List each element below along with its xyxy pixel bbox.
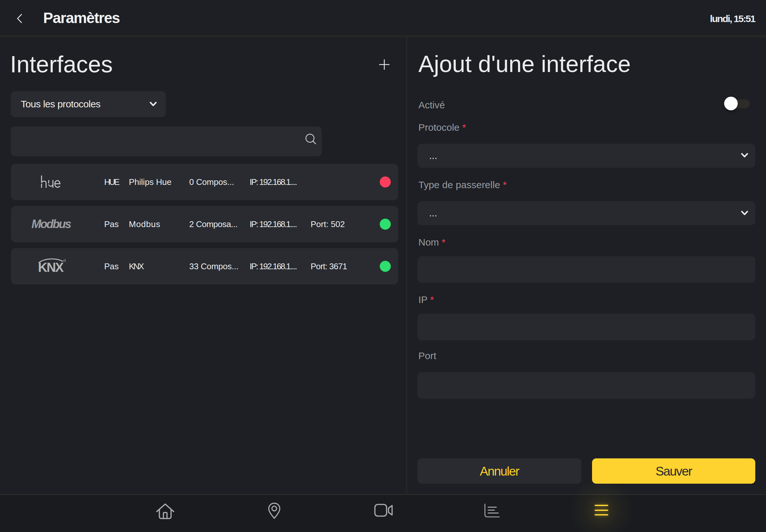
svg-text:KNX: KNX: [38, 260, 64, 273]
